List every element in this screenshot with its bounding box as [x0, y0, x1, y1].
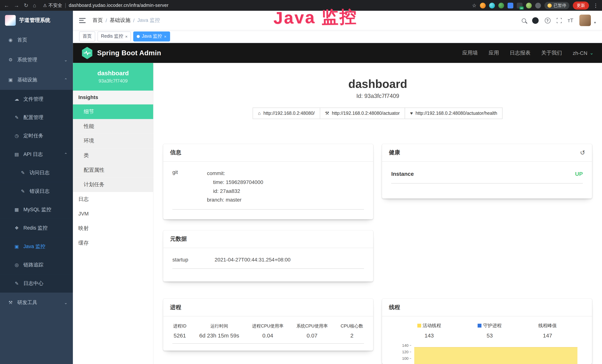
browser-update-button[interactable]: 更新: [573, 1, 589, 9]
close-icon[interactable]: ×: [125, 34, 128, 39]
forward-icon[interactable]: →: [14, 2, 19, 8]
sidebar-item-file-management[interactable]: ☁ 文件管理: [0, 90, 73, 108]
chevron-down-icon: ⌄: [64, 57, 67, 63]
bookmark-star-icon[interactable]: ☆: [472, 2, 476, 8]
sidebar-item-access-logs[interactable]: ✎ 访问日志: [0, 163, 73, 182]
sidebar-item-infrastructure[interactable]: ▣ 基础设施 ⌃: [0, 70, 73, 90]
history-icon[interactable]: ↺: [580, 149, 585, 156]
stat-cpu-cores: CPU核心数 2: [341, 323, 363, 339]
fullscreen-icon[interactable]: [557, 18, 562, 23]
browser-menu-icon[interactable]: ⋮: [593, 2, 598, 8]
github-icon[interactable]: [532, 17, 538, 23]
sba-item-mappings[interactable]: 映射: [73, 221, 153, 236]
sidebar-item-error-logs[interactable]: ✎ 错误日志: [0, 182, 73, 201]
sidebar-item-config-management[interactable]: ✎ 配置管理: [0, 108, 73, 127]
sba-nav-applications[interactable]: 应用: [489, 50, 499, 56]
service-url-link[interactable]: ⌂ http://192.168.0.2:48080/: [253, 107, 320, 119]
sidebar-item-tracing[interactable]: ◎ 链路追踪: [0, 256, 73, 274]
log-icon: ▤: [14, 152, 20, 157]
extension-icon-7[interactable]: [535, 2, 541, 8]
sba-language-select[interactable]: zh-CN ⌄: [573, 50, 594, 56]
yellow-swatch-icon: [417, 324, 421, 328]
sba-item-logs[interactable]: 日志: [73, 192, 153, 207]
url-text[interactable]: dashboard.yudao.iocoder.cn/infra/admin-s…: [69, 3, 169, 8]
back-icon[interactable]: ←: [4, 2, 9, 8]
threads-legend: 活动线程 143 守护进程 53 线程峰值 147: [391, 318, 583, 339]
spring-boot-admin-logo[interactable]: [81, 47, 93, 59]
close-icon[interactable]: ×: [164, 34, 166, 39]
breadcrumb-current: Java 监控: [137, 17, 160, 24]
dashboard-icon: ◉: [8, 37, 13, 43]
link-text: http://192.168.0.2:48080/actuator/health: [416, 110, 497, 116]
sidebar-item-dev-tools[interactable]: ⚒ 研发工具 ⌄: [0, 293, 73, 313]
breadcrumb-infrastructure[interactable]: 基础设施: [110, 17, 130, 24]
actuator-url-link[interactable]: ⚒ http://192.168.0.2:48080/actuator: [320, 107, 405, 119]
sba-brand-title[interactable]: Spring Boot Admin: [97, 49, 161, 57]
legend-value: 143: [417, 332, 441, 339]
address-bar[interactable]: ⚠ 不安全 dashboard.yudao.iocoder.cn/infra/a…: [43, 2, 169, 9]
home-icon[interactable]: ⌂: [33, 2, 36, 8]
link-text: http://192.168.0.2:48080/actuator: [332, 110, 400, 116]
app-sidebar: 芋道管理系统 ◉ 首页 ⚙ 系统管理 ⌄ ▣ 基础设施 ⌃ ☁ 文件管理 ✎: [0, 11, 73, 364]
breadcrumb-separator: /: [106, 17, 107, 23]
language-value: zh-CN: [573, 50, 587, 56]
stat-label: 进程CPU使用率: [252, 323, 283, 329]
extension-on-badge: on: [519, 6, 524, 10]
y-axis-tick: 100: [396, 356, 411, 361]
instance-title: dashboard: [153, 77, 602, 90]
sba-item-caches[interactable]: 缓存: [73, 236, 153, 250]
tab-redis-monitor[interactable]: Redis 监控 ×: [97, 31, 131, 41]
instance-id: 93a3fc7f7409: [98, 78, 128, 84]
sidebar-item-label: 定时任务: [23, 132, 43, 139]
sidebar-item-system-management[interactable]: ⚙ 系统管理 ⌄: [0, 50, 73, 70]
sba-item-details[interactable]: 细节: [73, 104, 153, 119]
sba-nav-journal[interactable]: 日志报表: [510, 50, 530, 56]
tab-java-monitor[interactable]: Java 监控 ×: [133, 31, 170, 41]
user-avatar[interactable]: [580, 15, 591, 26]
extension-icon-5[interactable]: on: [517, 2, 522, 8]
security-warning-icon: ⚠: [43, 3, 47, 8]
breadcrumb-home[interactable]: 首页: [93, 17, 103, 24]
legend-value: 53: [478, 332, 502, 339]
sba-item-config-props[interactable]: 配置属性: [73, 163, 153, 177]
sidebar-item-api-logs[interactable]: ▤ API 日志 ⌃: [0, 145, 73, 163]
extension-icon-1[interactable]: [480, 2, 486, 8]
sidebar-item-log-center[interactable]: ✎ 日志中心: [0, 274, 73, 293]
stat-system-cpu: 系统CPU使用率 0.07: [296, 323, 328, 339]
avatar-caret-icon[interactable]: ▾: [594, 21, 596, 25]
sidebar-item-java-monitor[interactable]: ▣ Java 监控: [0, 237, 73, 256]
sidebar-item-redis-monitor[interactable]: ❖ Redis 监控: [0, 219, 73, 237]
instance-links: ⌂ http://192.168.0.2:48080/ ⚒ http://192…: [153, 107, 602, 119]
extension-icon-4[interactable]: [508, 2, 513, 8]
metadata-card: 元数据 startup 2021-04-27T00:44:31.254+08:0…: [163, 230, 373, 281]
extension-icon-6[interactable]: [526, 2, 532, 8]
health-url-link[interactable]: ♥ http://192.168.0.2:48080/actuator/heal…: [405, 107, 503, 119]
sba-item-classes[interactable]: 类: [73, 148, 153, 163]
help-icon[interactable]: ?: [545, 17, 550, 23]
extension-icon-3[interactable]: [498, 2, 504, 8]
startup-row: startup 2021-04-27T00:44:31.254+08:00: [172, 250, 364, 269]
legend-peak-threads: 线程峰值 147: [538, 322, 557, 339]
sidebar-item-scheduled-tasks[interactable]: ◷ 定时任务: [0, 127, 73, 145]
sba-item-jvm[interactable]: JVM: [73, 207, 153, 221]
sba-item-environment[interactable]: 环境: [73, 134, 153, 148]
fontsize-icon[interactable]: тT: [568, 17, 573, 23]
clock-icon: ◷: [14, 133, 20, 139]
sba-nav-about[interactable]: 关于我们: [541, 50, 562, 56]
sba-nav-wallboard[interactable]: 应用墙: [462, 50, 478, 56]
smiley-icon: [548, 3, 552, 8]
sidebar-item-home[interactable]: ◉ 首页: [0, 30, 73, 50]
search-icon[interactable]: [522, 18, 526, 22]
extension-icon-2[interactable]: [489, 2, 495, 8]
annotation-overlay-text: Java 监控: [273, 5, 358, 30]
app-logo[interactable]: 芋道管理系统: [0, 11, 73, 30]
sidebar-item-mysql-monitor[interactable]: ▦ MySQL 监控: [0, 201, 73, 219]
sba-item-performance[interactable]: 性能: [73, 119, 153, 134]
sba-instance-header[interactable]: dashboard 93a3fc7f7409: [73, 63, 153, 91]
tab-home[interactable]: 首页: [79, 31, 95, 41]
reload-icon[interactable]: ↻: [24, 2, 28, 8]
sba-item-scheduled-tasks[interactable]: 计划任务: [73, 177, 153, 192]
hamburger-icon[interactable]: [79, 18, 86, 23]
legend-daemon-threads: 守护进程 53: [478, 322, 502, 339]
paused-extension-badge[interactable]: 已暂停: [544, 2, 569, 9]
